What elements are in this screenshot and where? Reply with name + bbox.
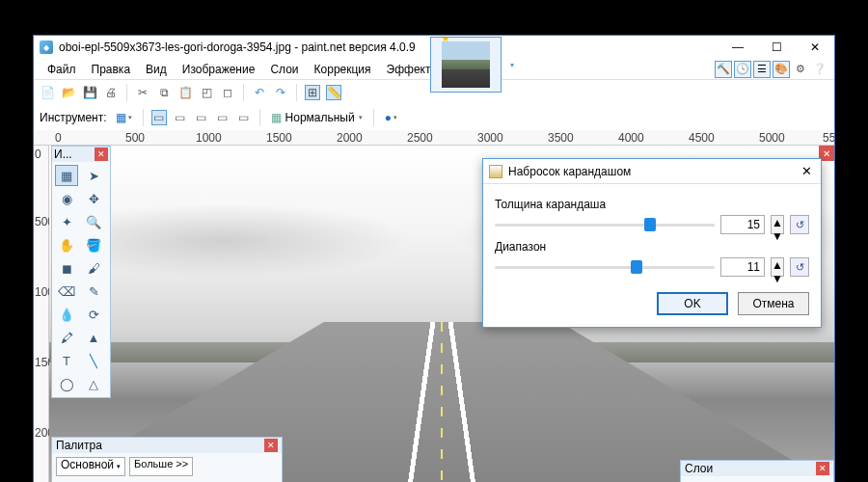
separator — [143, 109, 144, 126]
thickness-input[interactable] — [720, 215, 765, 234]
separator — [243, 84, 244, 101]
tool-brush[interactable]: 🖌 — [82, 257, 105, 279]
tool-clone[interactable]: ⟳ — [82, 304, 105, 325]
stack-icon[interactable]: ☰ — [753, 61, 771, 78]
thumbnail-image — [442, 41, 490, 88]
help-icon[interactable]: ❔ — [811, 61, 828, 78]
layers-panel-close-icon[interactable]: ✕ — [816, 462, 829, 475]
palette-more-button[interactable]: Больше >> — [129, 457, 193, 476]
dialog-icon — [489, 165, 502, 178]
maximize-button[interactable]: ☐ — [757, 36, 796, 59]
range-input[interactable] — [720, 257, 765, 277]
ok-button[interactable]: OK — [657, 292, 728, 315]
menu-view[interactable]: Вид — [138, 61, 175, 78]
tool-text[interactable]: T — [55, 350, 78, 371]
tool-stamp[interactable]: ▲ — [82, 327, 105, 348]
separator — [259, 109, 260, 126]
window-title: oboi-epl-5509x3673-les-gori-doroga-3954.… — [59, 40, 719, 54]
range-slider-thumb[interactable] — [631, 260, 642, 274]
tools-panel-title: И... — [54, 147, 72, 161]
tool-magic-wand[interactable]: ✦ — [55, 211, 78, 232]
range-reset-icon[interactable]: ↺ — [790, 257, 809, 277]
redo-icon[interactable]: ↷ — [273, 85, 288, 100]
cut-icon[interactable]: ✂ — [135, 85, 150, 100]
tool-rect-select[interactable]: ▦ — [55, 165, 78, 186]
dialog-close-icon[interactable]: ✕ — [798, 163, 815, 180]
undo-icon[interactable]: ↶ — [252, 85, 267, 100]
tool-picker[interactable]: 💧 — [55, 304, 78, 325]
new-icon[interactable]: 📄 — [40, 85, 55, 100]
palette-icon[interactable]: 🎨 — [773, 61, 790, 78]
tool-lasso[interactable]: ◉ — [55, 188, 78, 209]
layers-panel: Слои✕ — [680, 460, 834, 482]
paste-icon[interactable]: 📋 — [177, 85, 193, 100]
select-mode-add-icon[interactable]: ▭ — [173, 110, 188, 125]
blend-mode-label: Нормальный — [285, 111, 355, 124]
tool-fill[interactable]: 🪣 — [82, 234, 105, 255]
copy-icon[interactable]: ⧉ — [156, 85, 172, 100]
tool-recolor[interactable]: 🖍 — [55, 327, 78, 348]
menu-layers[interactable]: Слои — [262, 61, 306, 78]
dialog-title: Набросок карандашом — [508, 165, 798, 178]
menu-edit[interactable]: Правка — [84, 61, 139, 78]
tool-more[interactable]: △ — [82, 373, 105, 394]
separator — [296, 84, 297, 101]
range-spinner[interactable]: ▲▼ — [771, 257, 784, 277]
ruler-vertical: 0 500 1000 1500 2000 — [34, 146, 49, 482]
thickness-spinner[interactable]: ▲▼ — [771, 215, 784, 234]
thumbnail-dropdown-icon[interactable]: ▾ — [510, 61, 514, 69]
flood-mode-picker[interactable]: ▦Нормальный▾ — [268, 110, 366, 125]
thickness-slider-thumb[interactable] — [644, 218, 656, 231]
thickness-reset-icon[interactable]: ↺ — [790, 215, 809, 234]
tool-line[interactable]: ╲ — [82, 350, 105, 371]
range-slider[interactable] — [495, 257, 715, 277]
tools-panel: И...✕ ▦ ➤ ◉ ✥ ✦ 🔍 ✋ 🪣 ◼ 🖌 ⌫ ✎ 💧 ⟳ 🖍 ▲ T … — [51, 146, 111, 398]
grid-icon[interactable]: ⊞ — [305, 85, 320, 100]
fill-style-picker[interactable]: ●▾ — [382, 110, 400, 125]
menu-adjust[interactable]: Коррекция — [307, 61, 379, 78]
clock-icon[interactable]: 🕓 — [734, 61, 751, 78]
thickness-label: Толщина карандаша — [495, 198, 809, 211]
ruler-horizontal: 0 500 1000 1500 2000 2500 3000 3500 4000… — [34, 130, 834, 146]
tool-move[interactable]: ➤ — [82, 165, 105, 186]
pencil-sketch-dialog: Набросок карандашом ✕ Толщина карандаша … — [482, 158, 822, 328]
deselect-icon[interactable]: ◻ — [220, 85, 235, 100]
select-mode-intersect-icon[interactable]: ▭ — [215, 110, 231, 125]
tool-pencil[interactable]: ✎ — [82, 281, 105, 302]
select-mode-invert-icon[interactable]: ▭ — [236, 110, 252, 125]
tool-options-bar: Инструмент: ▦▾ ▭ ▭ ▭ ▭ ▭ ▦Нормальный▾ ●▾ — [34, 105, 834, 130]
close-button[interactable]: ✕ — [796, 36, 834, 59]
tool-eraser[interactable]: ⌫ — [55, 281, 78, 302]
palette-mode-select[interactable]: Основной ▾ — [56, 457, 125, 476]
tool-zoom[interactable]: 🔍 — [82, 211, 105, 232]
save-icon[interactable]: 💾 — [82, 85, 97, 100]
menu-image[interactable]: Изображение — [175, 61, 263, 78]
palette-panel: Палитра✕ Основной ▾ Больше >> — [51, 437, 283, 482]
tool-shapes[interactable]: ◯ — [55, 373, 78, 394]
minimize-button[interactable]: — — [719, 36, 757, 59]
thickness-slider[interactable] — [495, 215, 715, 234]
tools-panel-close-icon[interactable]: ✕ — [95, 147, 108, 161]
layers-panel-title: Слои — [685, 462, 713, 475]
ruler-icon[interactable]: 📏 — [326, 85, 341, 100]
open-icon[interactable]: 📂 — [61, 85, 76, 100]
tool-gradient[interactable]: ◼ — [55, 257, 78, 279]
gear-icon[interactable]: ⚙ — [792, 61, 809, 78]
tool-pan[interactable]: ✋ — [55, 234, 78, 255]
current-tool-picker[interactable]: ▦▾ — [113, 110, 135, 125]
print-icon[interactable]: 🖨 — [103, 85, 119, 100]
tool-label: Инструмент: — [40, 111, 107, 124]
document-thumbnail[interactable]: ▾ — [430, 37, 502, 93]
tool-move-selection[interactable]: ✥ — [82, 188, 105, 209]
app-icon: ◆ — [40, 40, 53, 54]
hammer-icon[interactable]: 🔨 — [715, 61, 732, 78]
palette-panel-title: Палитра — [56, 439, 102, 452]
separator — [126, 84, 127, 101]
palette-panel-close-icon[interactable]: ✕ — [264, 439, 278, 452]
select-mode-replace-icon[interactable]: ▭ — [151, 110, 167, 125]
cancel-button[interactable]: Отмена — [738, 292, 809, 315]
menu-file[interactable]: Файл — [40, 61, 84, 78]
select-mode-sub-icon[interactable]: ▭ — [194, 110, 209, 125]
separator — [373, 109, 374, 126]
crop-icon[interactable]: ◰ — [199, 85, 214, 100]
